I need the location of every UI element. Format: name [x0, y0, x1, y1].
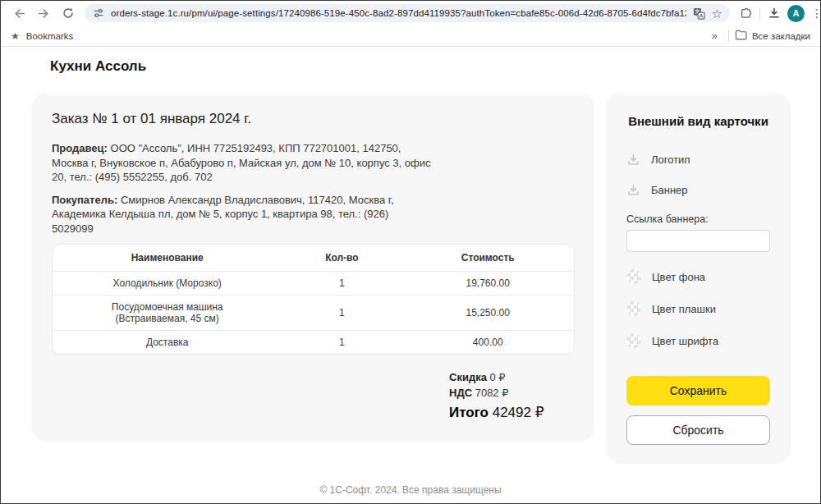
table-row: Посудомоечная машина (Встраиваемая, 45 с… — [53, 296, 574, 331]
background-color-label: Цвет фона — [652, 271, 705, 283]
color-swatch-icon — [626, 333, 641, 348]
downloads-icon[interactable] — [766, 5, 782, 21]
translate-icon[interactable] — [693, 7, 705, 20]
cell-name: Посудомоечная машина (Встраиваемая, 45 с… — [53, 296, 282, 331]
color-swatch-icon — [626, 301, 641, 316]
reset-button[interactable]: Сбросить — [626, 415, 770, 445]
save-button[interactable]: Сохранить — [626, 376, 770, 405]
card-appearance-panel: Внешний вид карточки Логотип Баннер Ссыл… — [606, 93, 791, 464]
header-name: Наименование — [53, 245, 282, 272]
reload-icon — [62, 7, 75, 20]
discount-value: 0 ₽ — [490, 371, 506, 383]
logo-upload-button[interactable]: Логотип — [626, 153, 770, 167]
buyer-info: Покупатель: Смирнов Александр Владиславо… — [52, 193, 433, 236]
banner-upload-label: Баннер — [651, 184, 688, 196]
table-row: Доставка 1 400.00 — [53, 331, 574, 355]
browser-toolbar: orders-stage.1c.ru/pm/ui/page-settings/1… — [1, 1, 820, 25]
folder-icon — [735, 30, 747, 42]
toolbar-separator — [759, 7, 760, 20]
table-row: Холодильник (Морозко) 1 19,760.00 — [53, 272, 574, 296]
header-quantity: Кол-во — [282, 245, 401, 272]
seller-label: Продавец: — [52, 142, 108, 154]
logo-upload-label: Логотип — [651, 153, 690, 166]
total-line: Итого 42492 ₽ — [449, 405, 575, 420]
color-swatch-icon — [626, 269, 641, 284]
bookmarks-overflow-chevron[interactable]: » — [712, 30, 718, 42]
bookmarks-label[interactable]: Bookmarks — [26, 31, 74, 41]
plate-color-picker[interactable]: Цвет плашки — [626, 301, 770, 316]
vat-value: 7082 ₽ — [475, 387, 509, 399]
cell-price: 15,250.00 — [401, 296, 574, 331]
cell-price: 400.00 — [401, 331, 574, 355]
back-button[interactable] — [11, 5, 27, 21]
cell-name: Доставка — [53, 331, 282, 355]
cell-quantity: 1 — [282, 272, 401, 296]
order-totals: Скидка 0 ₽ НДС 7082 ₽ Итого 42492 ₽ — [449, 369, 575, 420]
banner-upload-button[interactable]: Баннер — [626, 183, 770, 197]
extensions-icon[interactable] — [737, 5, 754, 21]
cell-quantity: 1 — [282, 296, 401, 331]
toolbar-right-cluster: A ⋮ — [737, 5, 821, 22]
url-bar[interactable]: orders-stage.1c.ru/pm/ui/page-settings/1… — [85, 4, 730, 22]
buyer-label: Покупатель: — [52, 194, 117, 206]
total-value: 42492 ₽ — [493, 405, 544, 420]
forward-button[interactable] — [35, 5, 52, 21]
seller-text: ООО "Ассоль", ИНН 7725192493, КПП 772701… — [52, 142, 431, 183]
order-items-table: Наименование Кол-во Стоимость Холодильни… — [52, 244, 575, 355]
banner-link-input[interactable] — [626, 230, 770, 252]
site-settings-icon[interactable] — [93, 7, 104, 19]
order-card: Заказ № 1 от 01 января 2024 г. Продавец:… — [32, 93, 594, 442]
vat-label: НДС — [449, 387, 472, 399]
total-label: Итого — [449, 405, 488, 420]
page-title: Кухни Ассоль — [50, 58, 146, 75]
header-price: Стоимость — [401, 245, 574, 272]
cell-price: 19,760.00 — [401, 272, 574, 296]
background-color-picker[interactable]: Цвет фона — [626, 269, 770, 284]
discount-label: Скидка — [449, 371, 487, 383]
browser-window: orders-stage.1c.ru/pm/ui/page-settings/1… — [0, 0, 821, 504]
order-title: Заказ № 1 от 01 января 2024 г. — [52, 111, 575, 127]
appearance-panel-title: Внешний вид карточки — [626, 114, 770, 128]
font-color-picker[interactable]: Цвет шрифта — [626, 333, 770, 348]
back-arrow-icon — [12, 7, 26, 21]
url-text[interactable]: orders-stage.1c.ru/pm/ui/page-settings/1… — [111, 8, 686, 18]
upload-icon — [626, 183, 640, 197]
all-bookmarks-button[interactable]: Все закладки — [735, 30, 810, 42]
plate-color-label: Цвет плашки — [652, 303, 716, 315]
cell-quantity: 1 — [282, 331, 401, 355]
discount-line: Скидка 0 ₽ — [449, 369, 575, 385]
browser-menu-icon[interactable]: ⋮ — [811, 7, 821, 20]
upload-icon — [626, 153, 640, 167]
profile-avatar[interactable]: A — [787, 5, 805, 22]
seller-info: Продавец: ООО "Ассоль", ИНН 7725192493, … — [52, 141, 433, 185]
bookmarks-star-icon: ★ — [11, 30, 20, 42]
table-header-row: Наименование Кол-во Стоимость — [53, 245, 574, 272]
vat-line: НДС 7082 ₽ — [449, 385, 575, 401]
reload-button[interactable] — [60, 5, 76, 21]
font-color-label: Цвет шрифта — [652, 335, 718, 347]
all-bookmarks-label: Все закладки — [752, 31, 810, 41]
cell-name: Холодильник (Морозко) — [53, 272, 282, 296]
banner-link-label: Ссылка баннера: — [626, 213, 770, 225]
page-content: Кухни Ассоль Заказ № 1 от 01 января 2024… — [1, 48, 820, 503]
forward-arrow-icon — [37, 7, 51, 21]
bookmarks-bar: ★ Bookmarks » Все закладки — [1, 25, 820, 47]
bookmark-star-icon[interactable]: ☆ — [712, 7, 722, 20]
bookmarks-separator — [728, 30, 729, 42]
page-footer: © 1С-Софт. 2024. Все права защищены — [1, 484, 820, 496]
